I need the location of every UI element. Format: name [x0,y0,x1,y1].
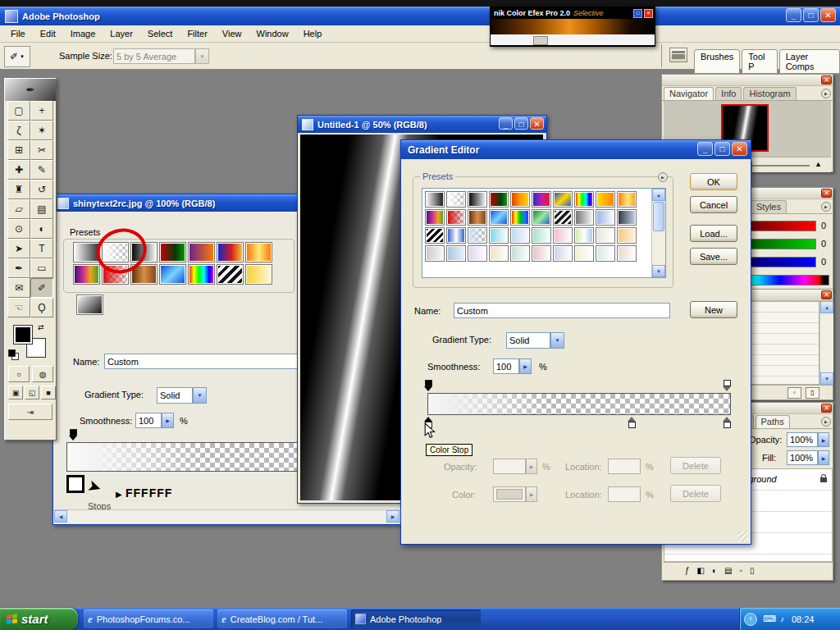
sample-size-select[interactable]: 5 by 5 Average [113,48,195,64]
gradient-preset-swatch[interactable] [468,191,487,208]
color-stop-right[interactable] [722,417,732,428]
doc1-smoothness-input[interactable]: 100 [135,413,162,428]
gradient-editor-dialog[interactable]: Gradient Editor _ □ ✕ Presets ▶ ▲ ▼ OK C… [400,139,751,545]
menu-select[interactable]: Select [140,29,180,39]
new-button[interactable]: New [690,301,737,318]
doc1-name-input[interactable]: Custom [104,354,319,369]
swap-colors-icon[interactable]: ⇄ [38,323,44,331]
gradient-preset-swatch[interactable] [596,245,615,262]
layer-mask-icon[interactable]: ◧ [697,566,705,575]
gradient-preset-swatch[interactable] [596,209,615,226]
gradient-tool[interactable]: ▤ [30,199,53,219]
pen-tool[interactable]: ✒ [7,258,30,278]
ok-button[interactable]: OK [690,173,737,190]
rectangular-marquee-tool[interactable]: ▢ [7,101,30,121]
history-close-icon[interactable]: ✕ [821,290,832,299]
doc2-close-button[interactable]: ✕ [530,117,544,130]
dialog-maximize-button[interactable]: □ [714,142,730,156]
zoom-tool[interactable]: Ϙ [30,298,53,317]
delete-layer-icon[interactable]: ▯ [750,566,755,575]
opacity-stop-right[interactable] [722,380,732,391]
task-button-createblog[interactable]: e CreateBlog.com / Tut... [217,609,347,628]
opacity-field[interactable]: 100% [787,432,818,447]
shape-tool[interactable]: ▭ [30,258,53,278]
palette-dock-icon[interactable] [669,48,687,62]
volume-tray-icon[interactable]: ♪ [780,614,784,623]
scroll-left-icon[interactable]: ◀ [54,510,67,523]
tool-preset-picker[interactable]: ✐ ▼ [4,46,30,67]
palette-menu-icon[interactable]: ▶ [821,89,831,98]
adjustment-layer-icon[interactable]: ◐ [712,566,717,575]
gradient-preset-swatch[interactable] [217,264,244,285]
start-button[interactable]: start [0,608,78,630]
gradient-preset-swatch[interactable] [489,227,509,244]
gradient-preset-swatch[interactable] [425,245,445,262]
blur-tool[interactable]: ⊙ [7,219,30,239]
palette-well-tab-tool-presets[interactable]: Tool P [742,49,777,74]
task-button-photoshop[interactable]: Adobe Photoshop [351,609,481,628]
hide-icons-chevron[interactable]: ‹ [744,613,757,626]
clone-stamp-tool[interactable]: ♜ [7,180,30,199]
gradient-preset-swatch[interactable] [468,209,487,226]
gradient-preset-swatch[interactable] [159,242,186,262]
gradient-preset-swatch[interactable] [553,191,573,208]
navigator-close-icon[interactable]: ✕ [821,75,832,84]
menu-edit[interactable]: Edit [33,29,63,39]
gradient-preset-swatch[interactable] [532,209,551,226]
gradient-type-select[interactable]: Solid [506,332,550,349]
cancel-button[interactable]: Cancel [690,196,737,213]
gradient-preset-swatch[interactable] [532,191,551,208]
gradient-preset-swatch[interactable] [574,227,594,244]
nik-restore-icon[interactable]: □ [633,9,642,18]
dialog-minimize-button[interactable]: _ [697,142,713,156]
gradient-preset-swatch[interactable] [574,245,594,262]
gradient-preset-swatch[interactable] [510,209,530,226]
name-input[interactable]: Custom [454,303,670,318]
layer-set-icon[interactable]: ▤ [724,566,732,575]
gradient-preset-swatch[interactable] [468,245,487,262]
smoothness-spinner[interactable]: ▶ [519,358,532,374]
crop-tool[interactable]: ⊞ [7,140,30,160]
path-selection-tool[interactable]: ➤ [7,239,30,258]
default-colors-icon[interactable] [8,349,18,359]
presets-menu-icon[interactable]: ▶ [658,172,668,182]
gradient-preset-swatch[interactable] [596,191,615,208]
zoom-in-icon[interactable]: ▲ [815,160,822,168]
sample-size-arrow[interactable]: ▼ [195,48,209,64]
doc1-h-scrollbar[interactable]: ◀ ▶ [54,509,399,523]
gradient-preview-bar[interactable] [427,393,731,415]
new-layer-icon[interactable]: ▫ [740,566,743,575]
move-tool[interactable]: + [30,101,53,121]
gradient-preset-swatch[interactable] [510,191,530,208]
palette-menu-icon[interactable]: ▶ [821,202,831,212]
gradient-preset-swatch[interactable] [553,209,573,226]
quick-mask-mode-button[interactable]: ◍ [32,366,53,382]
opacity-stop-left[interactable] [423,380,433,391]
smoothness-input[interactable]: 100 [493,358,519,374]
magic-wand-tool[interactable]: ✶ [30,121,53,140]
tab-histogram[interactable]: Histogram [743,87,796,100]
scroll-up-icon[interactable]: ▲ [820,301,833,313]
healing-brush-tool[interactable]: ✚ [7,160,30,180]
toolbox-header[interactable]: ✒ [5,79,56,101]
minimize-button[interactable]: _ [786,8,801,22]
doc1-opacity-stop-left[interactable] [68,429,78,441]
task-button-forums[interactable]: e PhotoshopForums.co... [84,609,213,628]
gradient-preset-swatch[interactable] [510,245,530,262]
gradient-preset-swatch[interactable] [617,245,637,262]
tab-navigator[interactable]: Navigator [664,87,714,100]
color-stop-middle[interactable] [627,417,637,428]
load-button[interactable]: Load... [690,225,737,242]
opacity-spinner[interactable]: ▶ [818,432,829,447]
gradient-preset-swatch[interactable] [73,264,100,285]
gradient-type-arrow[interactable]: ▼ [550,332,564,349]
gradient-preset-swatch[interactable] [532,245,551,262]
foreground-color-swatch[interactable] [13,325,33,345]
gradient-preset-swatch[interactable] [489,191,509,208]
doc1-smoothness-spinner[interactable]: ▶ [162,413,174,428]
menu-file[interactable]: File [3,29,33,39]
brush-tool[interactable]: ✎ [30,160,53,180]
navigator-strip[interactable]: ✕ [662,75,833,86]
menu-view[interactable]: View [215,29,249,39]
history-brush-tool[interactable]: ↺ [30,180,53,199]
